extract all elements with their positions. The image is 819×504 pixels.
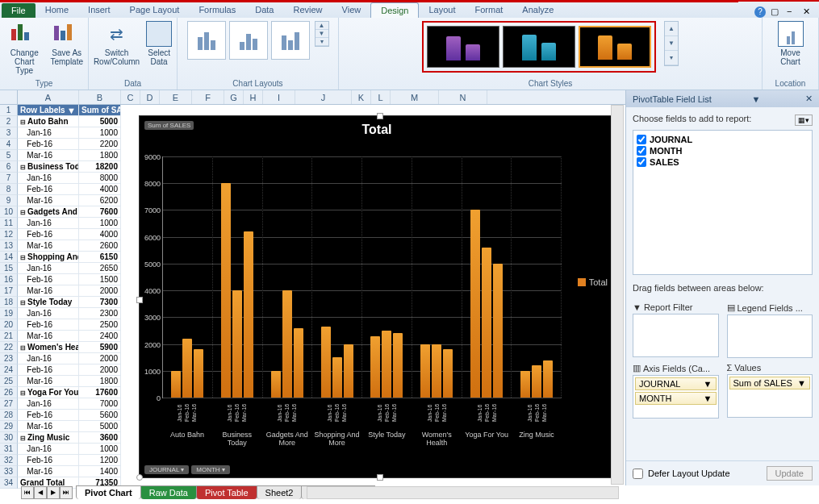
pivot-row-label[interactable]: Feb-16 — [18, 455, 79, 466]
pivot-row-value[interactable]: 6200 — [79, 195, 121, 206]
pivot-row-label[interactable]: Jan-16 — [18, 218, 79, 229]
pivot-row-label[interactable]: Mar-16 — [18, 240, 79, 252]
chart-bar[interactable] — [271, 371, 281, 398]
pivot-row-value[interactable]: 5000 — [79, 116, 121, 127]
pivot-row-label[interactable]: Jan-16 — [18, 127, 79, 139]
column-header-L[interactable]: L — [371, 90, 391, 104]
pivot-row-label[interactable]: Jan-16 — [18, 398, 79, 410]
pivot-row-value[interactable]: 7300 — [79, 297, 121, 308]
tab-format[interactable]: Format — [465, 2, 512, 18]
pivot-row-label[interactable]: ⊟Auto Bahn — [18, 116, 79, 127]
pivot-row-label[interactable]: Feb-16 — [18, 410, 79, 421]
pivot-row-label[interactable]: Jan-16 — [18, 263, 79, 274]
field-month[interactable]: MONTH — [637, 145, 809, 156]
field-journal[interactable]: JOURNAL — [637, 134, 809, 145]
chart-style-orange[interactable] — [579, 26, 651, 68]
pivot-row-value[interactable]: 2000 — [79, 364, 121, 376]
chart-bar[interactable] — [493, 264, 503, 398]
pivot-row-label[interactable]: ⊟Gadgets And M — [18, 206, 79, 218]
pivot-row-value[interactable]: 1000 — [79, 218, 121, 229]
chart-bar[interactable] — [194, 349, 203, 398]
tab-review[interactable]: Review — [283, 2, 332, 18]
pivot-row-value[interactable]: 5000 — [79, 421, 121, 432]
sheet-tab-sheet2[interactable]: Sheet2 — [257, 485, 303, 499]
tab-design[interactable]: Design — [370, 2, 419, 18]
pivot-row-label[interactable]: Jan-16 — [18, 444, 79, 455]
pivot-row-value[interactable]: 2600 — [79, 240, 121, 252]
sheet-nav[interactable]: ⏮◀▶⏭ — [21, 486, 73, 499]
vertical-scrollbar[interactable] — [611, 105, 624, 485]
switch-row-column-button[interactable]: ⇄ Switch Row/Column — [94, 21, 140, 66]
pivot-row-value[interactable]: 1500 — [79, 274, 121, 285]
chart-bar[interactable] — [482, 248, 491, 398]
chart-bar[interactable] — [420, 344, 430, 398]
column-header-H[interactable]: H — [244, 90, 263, 104]
column-header-D[interactable]: D — [140, 90, 160, 104]
field-list-layout-icon[interactable]: ▦▾ — [795, 115, 813, 126]
column-header-J[interactable]: J — [295, 90, 352, 104]
pivot-row-value[interactable]: 6150 — [79, 252, 121, 263]
chart-bar[interactable] — [221, 183, 231, 398]
tab-analyze[interactable]: Analyze — [512, 2, 563, 18]
chart-layout-2[interactable] — [229, 21, 268, 60]
pivot-row-value[interactable]: 1200 — [79, 455, 121, 466]
tab-formulas[interactable]: Formulas — [189, 2, 245, 18]
field-checkbox[interactable] — [637, 135, 646, 144]
pivot-header-values[interactable]: Sum of SA — [79, 105, 121, 116]
column-header-B[interactable]: B — [79, 90, 121, 104]
save-as-template-button[interactable]: Save As Template — [50, 21, 83, 66]
column-header-K[interactable]: K — [352, 90, 371, 104]
field-list-box[interactable]: JOURNALMONTHSALES — [633, 130, 813, 275]
field-list-close-icon[interactable]: ✕ — [805, 94, 813, 104]
pivot-row-value[interactable]: 5900 — [79, 342, 121, 353]
area-pill[interactable]: Sum of SALES▼ — [729, 377, 811, 389]
pivot-row-value[interactable]: 4000 — [79, 229, 121, 240]
area-pill[interactable]: JOURNAL▼ — [635, 377, 717, 390]
pivot-row-label[interactable]: Jan-16 — [18, 353, 79, 364]
column-header-N[interactable]: N — [439, 90, 487, 104]
pivot-row-value[interactable]: 2000 — [79, 353, 121, 364]
pivot-row-label[interactable]: ⊟Zing Music — [18, 432, 79, 444]
field-checkbox[interactable] — [637, 157, 646, 167]
tab-view[interactable]: View — [332, 2, 371, 18]
pivot-row-label[interactable]: Feb-16 — [18, 184, 79, 195]
column-header-F[interactable]: F — [192, 90, 224, 104]
sheet-tab-pivot-table[interactable]: Pivot Table — [196, 485, 257, 499]
chart-bar[interactable] — [344, 344, 353, 398]
pivot-row-value[interactable]: 2000 — [79, 285, 121, 297]
file-tab[interactable]: File — [2, 3, 36, 18]
pivot-row-label[interactable]: Feb-16 — [18, 139, 79, 150]
chart-bar[interactable] — [520, 371, 530, 398]
pivot-header-rowlabels[interactable]: Row Labels ▼ — [18, 105, 79, 116]
column-header-M[interactable]: M — [391, 90, 439, 104]
pivot-row-label[interactable]: ⊟Yoga For You — [18, 387, 79, 398]
area-pill[interactable]: MONTH▼ — [635, 392, 717, 405]
tab-insert[interactable]: Insert — [78, 2, 120, 18]
pivot-row-label[interactable]: Jan-16 — [18, 308, 79, 319]
field-list-dropdown-icon[interactable]: ▼ — [751, 94, 760, 104]
defer-update-checkbox[interactable] — [633, 469, 643, 479]
move-chart-button[interactable]: Move Chart — [778, 21, 804, 66]
pivot-row-value[interactable]: 2200 — [79, 139, 121, 150]
chart-bar[interactable] — [382, 331, 391, 398]
chart-bar[interactable] — [294, 328, 303, 398]
column-header-E[interactable]: E — [160, 90, 192, 104]
pivot-row-label[interactable]: Mar-16 — [18, 466, 79, 477]
pivot-row-value[interactable]: 5600 — [79, 410, 121, 421]
chart-layout-3[interactable] — [271, 21, 310, 60]
chart-bar[interactable] — [470, 210, 480, 398]
sheet-tab-pivot-chart[interactable]: Pivot Chart — [76, 485, 141, 499]
pivot-row-value[interactable]: 8000 — [79, 173, 121, 184]
chart-title[interactable]: Total — [140, 116, 614, 140]
chart-bar[interactable] — [532, 365, 541, 398]
chart-legend[interactable]: Total — [578, 277, 608, 287]
pivot-row-label[interactable]: ⊟Style Today — [18, 297, 79, 308]
pivot-row-value[interactable]: 1800 — [79, 150, 121, 161]
area-box-values[interactable]: Sum of SALES▼ — [727, 374, 813, 418]
column-header-A[interactable]: A — [18, 90, 79, 104]
update-button[interactable]: Update — [767, 466, 813, 481]
pivot-row-label[interactable]: Feb-16 — [18, 274, 79, 285]
pivot-row-value[interactable]: 1400 — [79, 466, 121, 477]
chart-bar[interactable] — [282, 290, 292, 398]
pivot-row-label[interactable]: Feb-16 — [18, 319, 79, 331]
